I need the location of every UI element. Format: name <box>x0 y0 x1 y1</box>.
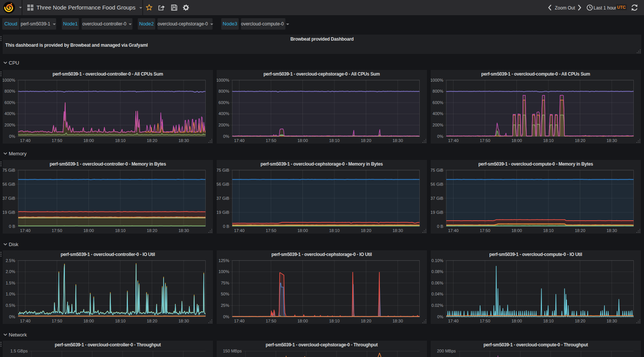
svg-text:1.5%: 1.5% <box>6 280 15 285</box>
svg-text:37 GiB: 37 GiB <box>3 196 15 201</box>
svg-text:18:00: 18:00 <box>83 319 94 323</box>
svg-text:800%: 800% <box>432 89 443 93</box>
svg-text:400%: 400% <box>218 111 229 116</box>
svg-text:18:10: 18:10 <box>329 319 340 323</box>
svg-text:18:00: 18:00 <box>511 319 522 323</box>
svg-text:18:20: 18:20 <box>361 138 371 143</box>
svg-text:18:30: 18:30 <box>178 138 189 143</box>
svg-text:1000%: 1000% <box>431 78 443 82</box>
svg-text:0.06%: 0.06% <box>431 280 443 285</box>
svg-text:17:50: 17:50 <box>266 138 276 143</box>
svg-text:75 GiB: 75 GiB <box>3 168 15 172</box>
svg-text:0.5%: 0.5% <box>6 303 15 307</box>
svg-text:75%: 75% <box>220 280 229 285</box>
svg-text:50%: 50% <box>220 292 229 296</box>
svg-text:0%: 0% <box>437 314 443 319</box>
svg-text:18:30: 18:30 <box>606 228 617 233</box>
svg-text:100%: 100% <box>218 269 229 274</box>
svg-text:200%: 200% <box>432 123 443 127</box>
svg-text:17:50: 17:50 <box>52 138 62 143</box>
svg-text:19 GiB: 19 GiB <box>431 210 443 215</box>
svg-text:0%: 0% <box>223 314 229 319</box>
svg-text:18:30: 18:30 <box>392 228 403 233</box>
svg-text:18:20: 18:20 <box>147 138 157 143</box>
svg-text:400%: 400% <box>5 111 15 116</box>
svg-text:17:40: 17:40 <box>448 138 458 143</box>
svg-text:19 GiB: 19 GiB <box>3 210 15 215</box>
svg-text:150 MBps: 150 MBps <box>223 349 242 353</box>
svg-text:18:10: 18:10 <box>329 228 340 233</box>
svg-text:18:00: 18:00 <box>511 138 522 143</box>
svg-text:18:00: 18:00 <box>83 138 94 143</box>
svg-text:17:40: 17:40 <box>234 228 244 233</box>
svg-text:2.0%: 2.0% <box>6 269 15 274</box>
svg-text:400%: 400% <box>432 111 443 116</box>
svg-text:18:20: 18:20 <box>575 228 585 233</box>
svg-text:2.5%: 2.5% <box>6 258 15 262</box>
svg-text:17:40: 17:40 <box>20 138 31 143</box>
svg-text:0.10%: 0.10% <box>431 258 443 262</box>
svg-text:17:40: 17:40 <box>448 319 458 323</box>
svg-text:25%: 25% <box>220 303 229 307</box>
svg-text:18:00: 18:00 <box>297 138 308 143</box>
svg-text:37 GiB: 37 GiB <box>431 196 443 201</box>
svg-text:1.5 GBps: 1.5 GBps <box>10 349 28 353</box>
svg-text:125%: 125% <box>218 258 229 262</box>
svg-text:18:10: 18:10 <box>543 228 554 233</box>
svg-text:600%: 600% <box>432 100 443 105</box>
svg-text:0 B: 0 B <box>9 224 15 229</box>
svg-text:18:20: 18:20 <box>147 228 157 233</box>
svg-text:17:40: 17:40 <box>448 228 458 233</box>
svg-text:37 GiB: 37 GiB <box>217 196 229 201</box>
svg-text:18:00: 18:00 <box>297 319 308 323</box>
svg-text:18:20: 18:20 <box>361 228 371 233</box>
svg-text:18:30: 18:30 <box>392 319 403 323</box>
svg-text:18:30: 18:30 <box>606 319 617 323</box>
svg-text:0%: 0% <box>223 134 229 139</box>
svg-text:800%: 800% <box>218 89 229 93</box>
svg-text:17:50: 17:50 <box>480 319 490 323</box>
svg-text:600%: 600% <box>218 100 229 105</box>
svg-text:17:50: 17:50 <box>52 319 62 323</box>
svg-text:18:20: 18:20 <box>575 138 585 143</box>
svg-text:0.02%: 0.02% <box>431 303 443 307</box>
svg-text:18:30: 18:30 <box>178 319 189 323</box>
svg-text:17:40: 17:40 <box>234 138 244 143</box>
svg-text:18:10: 18:10 <box>543 138 554 143</box>
svg-text:75 GiB: 75 GiB <box>431 168 443 172</box>
svg-text:0 B: 0 B <box>437 224 443 229</box>
svg-text:0.04%: 0.04% <box>431 292 443 296</box>
svg-text:18:20: 18:20 <box>361 319 371 323</box>
svg-text:0 B: 0 B <box>223 224 229 229</box>
svg-text:200%: 200% <box>218 123 229 127</box>
svg-text:17:50: 17:50 <box>266 319 276 323</box>
svg-text:18:10: 18:10 <box>115 228 126 233</box>
svg-text:19 GiB: 19 GiB <box>217 210 229 215</box>
svg-text:56 GiB: 56 GiB <box>431 182 443 186</box>
svg-text:17:40: 17:40 <box>20 228 31 233</box>
svg-text:17:50: 17:50 <box>480 138 490 143</box>
svg-text:0%: 0% <box>9 314 15 319</box>
svg-text:1.0%: 1.0% <box>6 292 15 296</box>
svg-text:18:10: 18:10 <box>329 138 340 143</box>
svg-text:17:40: 17:40 <box>234 319 244 323</box>
svg-text:800%: 800% <box>5 89 15 93</box>
svg-text:200%: 200% <box>5 123 15 127</box>
svg-text:18:10: 18:10 <box>115 319 126 323</box>
svg-text:17:50: 17:50 <box>266 228 276 233</box>
svg-text:0%: 0% <box>437 134 443 139</box>
svg-text:18:00: 18:00 <box>511 228 522 233</box>
svg-text:18:30: 18:30 <box>606 138 617 143</box>
svg-text:56 GiB: 56 GiB <box>3 182 15 186</box>
svg-text:18:10: 18:10 <box>543 319 554 323</box>
svg-text:0%: 0% <box>9 134 15 139</box>
svg-text:18:20: 18:20 <box>575 319 585 323</box>
svg-text:18:00: 18:00 <box>297 228 308 233</box>
svg-text:75 GiB: 75 GiB <box>217 168 229 172</box>
svg-text:18:30: 18:30 <box>392 138 403 143</box>
svg-text:0.08%: 0.08% <box>431 269 443 274</box>
svg-text:56 GiB: 56 GiB <box>217 182 229 186</box>
svg-text:18:00: 18:00 <box>83 228 94 233</box>
svg-text:18:20: 18:20 <box>147 319 157 323</box>
svg-text:200 MBps: 200 MBps <box>437 349 456 353</box>
